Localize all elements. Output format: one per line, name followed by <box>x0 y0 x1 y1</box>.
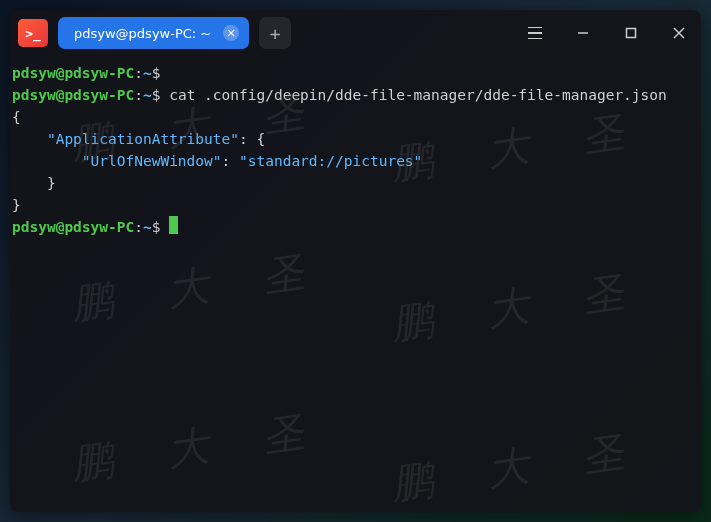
tab-close-button[interactable]: ✕ <box>223 25 239 41</box>
watermark: 鹏 大 圣 <box>390 278 648 336</box>
prompt-colon: : <box>134 65 143 81</box>
prompt-user: pdsyw <box>12 87 56 103</box>
hamburger-icon <box>528 27 542 40</box>
watermark: 鹏 大 圣 <box>70 418 328 476</box>
close-button[interactable] <box>665 19 693 47</box>
maximize-icon <box>625 27 637 39</box>
output-line: } <box>10 194 701 216</box>
prompt-path: ~ <box>143 87 152 103</box>
maximize-button[interactable] <box>617 19 645 47</box>
prompt-user: pdsyw <box>12 219 56 235</box>
prompt-host: pdsyw-PC <box>64 87 134 103</box>
prompt-path: ~ <box>143 65 152 81</box>
prompt-glyph-icon: >_ <box>25 26 41 41</box>
watermark: 鹏 大 圣 <box>390 438 648 496</box>
prompt-colon: : <box>134 87 143 103</box>
terminal-body[interactable]: 鹏 大 圣 鹏 大 圣 鹏 大 圣 鹏 大 圣 鹏 大 圣 鹏 大 圣 pdsy… <box>10 56 701 512</box>
prompt-line: pdsyw@pdsyw-PC:~$ <box>10 216 701 238</box>
prompt-host: pdsyw-PC <box>64 219 134 235</box>
command-text: cat .config/deepin/dde-file-manager/dde-… <box>160 87 666 103</box>
menu-button[interactable] <box>521 19 549 47</box>
titlebar: >_ pdsyw@pdsyw-PC: ~ ✕ + <box>10 10 701 56</box>
close-icon <box>673 27 685 39</box>
prompt-user: pdsyw <box>12 65 56 81</box>
tab-title: pdsyw@pdsyw-PC: ~ <box>74 26 211 41</box>
output-line: "ApplicationAttribute": { <box>10 128 701 150</box>
terminal-window: >_ pdsyw@pdsyw-PC: ~ ✕ + 鹏 大 圣 鹏 <box>10 10 701 512</box>
minimize-button[interactable] <box>569 19 597 47</box>
prompt-host: pdsyw-PC <box>64 65 134 81</box>
prompt-dollar: $ <box>152 65 161 81</box>
terminal-app-icon: >_ <box>18 19 48 47</box>
svg-rect-1 <box>627 29 636 38</box>
minimize-icon <box>577 27 589 39</box>
prompt-line: pdsyw@pdsyw-PC:~$ cat .config/deepin/dde… <box>10 84 701 106</box>
new-tab-button[interactable]: + <box>259 17 291 49</box>
prompt-line: pdsyw@pdsyw-PC:~$ <box>10 62 701 84</box>
cursor <box>169 216 178 234</box>
output-line: { <box>10 106 701 128</box>
prompt-path: ~ <box>143 219 152 235</box>
output-line: } <box>10 172 701 194</box>
window-controls <box>521 19 693 47</box>
terminal-tab[interactable]: pdsyw@pdsyw-PC: ~ ✕ <box>58 17 249 49</box>
output-line: "UrlOfNewWindow": "standard://pictures" <box>10 150 701 172</box>
prompt-colon: : <box>134 219 143 235</box>
watermark: 鹏 大 圣 <box>70 258 328 316</box>
